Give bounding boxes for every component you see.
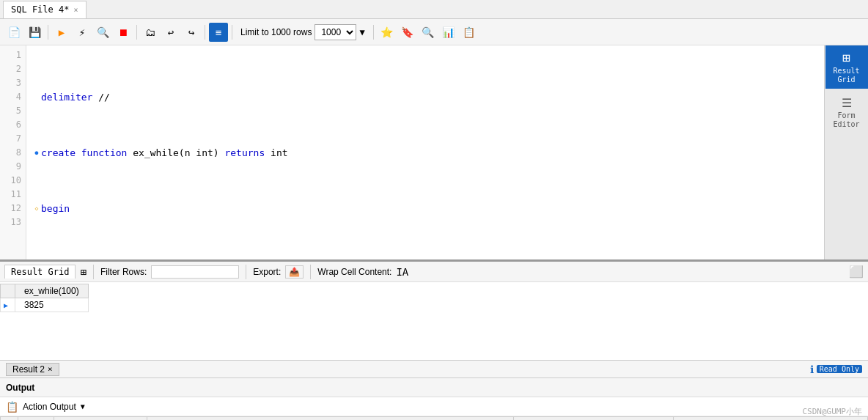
new-file-btn[interactable]: 📄	[4, 23, 23, 42]
limit-container: Limit to 1000 rows 1000 500 200 ▼	[240, 24, 365, 40]
action-icon: 📋	[6, 401, 18, 413]
result2-label: Result 2	[12, 364, 45, 375]
result-col-header: ex_while(100)	[15, 284, 89, 298]
right-panel: ⊞ ResultGrid ☰ FormEditor	[824, 45, 868, 259]
save-btn[interactable]: 💾	[25, 23, 44, 42]
col-status	[1, 417, 18, 421]
dropdown-arrow: ▼	[359, 27, 364, 37]
code-editor[interactable]: delimiter // ● create function ex_while(…	[26, 45, 824, 259]
sep2	[136, 25, 137, 40]
export-btn[interactable]: 📤	[285, 265, 304, 279]
output-area: Output 📋 Action Output ▼ # Time Action M…	[0, 378, 868, 420]
format-btn[interactable]: 🗂	[141, 23, 160, 42]
action-toolbar: 📋 Action Output ▼	[0, 397, 868, 416]
col-num: #	[18, 417, 54, 421]
watermark: CSDN@GUMP小年	[802, 406, 862, 417]
sep3	[205, 25, 205, 40]
redo-btn[interactable]: ↪	[182, 23, 201, 42]
result-section: Result Grid ⊞ Filter Rows: Export: 📤 Wra…	[0, 262, 868, 361]
search-btn[interactable]: 🔍	[419, 23, 438, 42]
result-row: ▶ 3825	[1, 298, 89, 312]
result2-close[interactable]: ×	[48, 364, 53, 374]
result-grid-btn[interactable]: ⊞ ResultGrid	[825, 45, 868, 89]
sep5	[373, 25, 374, 40]
form-editor-icon: ☰	[842, 96, 852, 110]
undo-btn[interactable]: ↩	[161, 23, 180, 42]
output-table: # Time Action Message Duration / Fetch ✔…	[0, 416, 868, 420]
line-numbers: 1 2 3 4 5 6 7 8 9 10 11 12 13	[0, 45, 26, 259]
dot-3: ◇	[32, 202, 41, 215]
filter-label: Filter Rows:	[100, 267, 147, 277]
output-title: Output	[6, 383, 34, 393]
row-arrow: ▶	[4, 301, 8, 309]
sql-file-tab[interactable]: SQL File 4* ×	[3, 1, 87, 18]
result-toolbar: Result Grid ⊞ Filter Rows: Export: 📤 Wra…	[0, 262, 868, 282]
result-value: 3825	[15, 298, 89, 312]
history-btn[interactable]: 📋	[460, 23, 479, 42]
explain-btn[interactable]: 🔍	[93, 23, 112, 42]
form-editor-label: FormEditor	[833, 111, 859, 129]
info-icon: ℹ	[810, 364, 814, 375]
sep4	[232, 25, 232, 40]
form-editor-btn[interactable]: ☰ FormEditor	[825, 92, 868, 133]
result2-bar: Result 2 × ℹ Read Only	[0, 361, 868, 378]
favorite-btn[interactable]: ⭐	[378, 23, 397, 42]
result-grid-icon: ⊞	[842, 50, 850, 65]
result-table-container: ex_while(100) ▶ 3825	[0, 282, 868, 360]
sep1	[48, 25, 48, 40]
bookmark-btn[interactable]: 🔖	[398, 23, 417, 42]
filter-input[interactable]	[151, 265, 239, 279]
code-line-2: ● create function ex_while(n int) return…	[32, 146, 818, 160]
action-label: Action Output	[23, 402, 76, 412]
result-grid-tab-label: Result Grid	[11, 267, 69, 277]
output-header: Output	[0, 378, 868, 397]
limit-label: Limit to 1000 rows	[240, 27, 312, 37]
highlight-btn[interactable]: ≡	[209, 23, 228, 42]
dropdown-arrow-icon[interactable]: ▼	[81, 402, 85, 410]
result-table: ex_while(100) ▶ 3825	[0, 284, 89, 312]
result-grid-label: ResultGrid	[833, 67, 859, 84]
execute-btn[interactable]: ▶	[52, 23, 71, 42]
tab-label: SQL File 4*	[11, 4, 69, 15]
tab-close-btn[interactable]: ×	[73, 6, 78, 14]
tab-bar: SQL File 4* ×	[0, 0, 868, 19]
stats-btn[interactable]: 📊	[439, 23, 458, 42]
dot-2: ●	[32, 146, 41, 160]
export-label: Export:	[253, 267, 281, 277]
execute-sel-btn[interactable]: ⚡	[73, 23, 92, 42]
result-grid-tab[interactable]: Result Grid	[4, 265, 76, 279]
code-line-1: delimiter //	[32, 90, 818, 104]
code-line-4: declare sum int default 0;	[32, 257, 818, 259]
stop-btn[interactable]: ⏹	[114, 23, 133, 42]
wrap-label: Wrap Cell Content:	[317, 267, 391, 277]
expand-icon[interactable]: ⬜	[849, 265, 864, 279]
wrap-icon: IA	[396, 266, 408, 278]
col-duration: Duration / Fetch	[674, 417, 868, 421]
read-only-badge: Read Only	[817, 365, 862, 373]
limit-select[interactable]: 1000 500 200	[315, 24, 356, 40]
main-toolbar: 📄 💾 ▶ ⚡ 🔍 ⏹ 🗂 ↩ ↪ ≡ Limit to 1000 rows 1…	[0, 19, 868, 45]
result2-tab[interactable]: Result 2 ×	[6, 363, 59, 376]
grid-icon: ⊞	[80, 266, 86, 278]
col-time: Time	[54, 417, 147, 421]
col-message: Message	[514, 417, 674, 421]
code-line-3: ◇ begin	[32, 202, 818, 215]
col-action: Action	[147, 417, 514, 421]
